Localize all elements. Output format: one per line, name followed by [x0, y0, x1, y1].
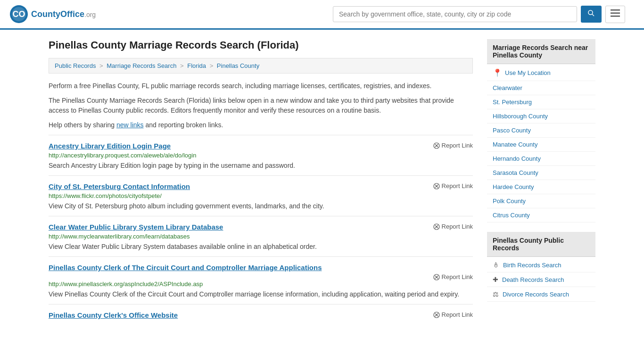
link-title-1[interactable]: City of St. Petersburg Contact Informati… [49, 182, 190, 190]
flag-icon-1 [433, 183, 440, 189]
sidebar-item-citrus[interactable]: Citrus County [487, 208, 595, 222]
link-card-header-1: City of St. Petersburg Contact Informati… [49, 182, 473, 190]
sidebar-label-st-petersburg: St. Petersburg [493, 99, 532, 106]
link-card-2: Clear Water Public Library System Librar… [49, 216, 473, 256]
link-url-1: https://www.flickr.com/photos/cityofstpe… [49, 192, 473, 199]
report-label-1: Report Link [442, 182, 473, 189]
breadcrumb-public-records[interactable]: Public Records [55, 62, 96, 69]
sidebar-item-hardee[interactable]: Hardee County [487, 180, 595, 194]
logo-brand: CountyOffice [31, 9, 84, 19]
desc3-post: and reporting broken links. [144, 121, 223, 129]
desc3-pre: Help others by sharing [49, 121, 116, 129]
link-title-3[interactable]: Pinellas County Clerk of The Circuit Cou… [49, 263, 322, 272]
flag-icon-2 [433, 223, 440, 230]
search-icon [587, 9, 595, 17]
report-link-1[interactable]: Report Link [433, 182, 473, 189]
link-card-header-2: Clear Water Public Library System Librar… [49, 223, 473, 231]
sidebar-item-divorce-records[interactable]: ⚖ Divorce Records Search [487, 287, 595, 302]
cross-icon: ✚ [493, 276, 498, 283]
sidebar-item-hernando[interactable]: Hernando County [487, 152, 595, 166]
link-card-header-4: Pinellas County Clerk's Office Website R… [49, 311, 473, 319]
svg-text:CO: CO [13, 9, 25, 19]
link-title-2[interactable]: Clear Water Public Library System Librar… [49, 223, 223, 231]
svg-line-4 [592, 14, 594, 16]
report-label-2: Report Link [442, 223, 473, 230]
link-desc-2: View Clear Water Public Library System d… [49, 242, 473, 252]
sidebar-item-manatee[interactable]: Manatee County [487, 138, 595, 152]
report-link-2[interactable]: Report Link [433, 223, 473, 230]
svg-rect-5 [611, 9, 620, 11]
sidebar-item-clearwater[interactable]: Clearwater [487, 81, 595, 95]
report-label-0: Report Link [442, 142, 473, 149]
breadcrumb-pinellas[interactable]: Pinellas County [217, 62, 259, 69]
sidebar-item-st-petersburg[interactable]: St. Petersburg [487, 95, 595, 109]
hamburger-icon [611, 9, 620, 17]
sidebar-label-polk: Polk County [493, 197, 526, 205]
sidebar-item-pasco[interactable]: Pasco County [487, 123, 595, 138]
divorce-records-label: Divorce Records Search [503, 291, 569, 298]
sidebar-item-birth-records[interactable]: 🕯 Birth Records Search [487, 258, 595, 272]
report-label-3: Report Link [442, 273, 473, 280]
sidebar-item-sarasota[interactable]: Sarasota County [487, 166, 595, 180]
logo-text: CountyOffice.org [31, 9, 96, 19]
description-1: Perform a free Pinellas County, FL publi… [49, 81, 473, 91]
description-2: The Pinellas County Marriage Records Sea… [49, 96, 473, 115]
header: CO CountyOffice.org [0, 0, 644, 30]
report-label-4: Report Link [442, 311, 473, 318]
flag-icon-4 [433, 312, 440, 318]
person-icon: 🕯 [493, 261, 499, 269]
description-3: Help others by sharing new links and rep… [49, 120, 473, 130]
report-link-0[interactable]: Report Link [433, 142, 473, 149]
link-card-header-3: Pinellas County Clerk of The Circuit Cou… [49, 263, 473, 272]
content-area: Pinellas County Marriage Records Search … [49, 39, 473, 326]
breadcrumb: Public Records > Marriage Records Search… [49, 58, 473, 74]
flag-icon-0 [433, 142, 440, 149]
menu-button[interactable] [605, 6, 625, 23]
svg-rect-7 [611, 16, 620, 17]
death-records-label: Death Records Search [502, 276, 564, 283]
use-location-label: Use My Location [505, 69, 551, 76]
sidebar-item-hillsborough[interactable]: Hillsborough County [487, 109, 595, 123]
sidebar-public-records-heading: Pinellas County Public Records [487, 232, 595, 257]
svg-point-3 [588, 10, 593, 15]
link-card-4: Pinellas County Clerk's Office Website R… [49, 304, 473, 326]
link-title-0[interactable]: Ancestry Library Edition Login Page [49, 142, 171, 150]
breadcrumb-florida[interactable]: Florida [187, 62, 206, 69]
location-pin-icon: 📍 [493, 68, 502, 77]
report-link-3[interactable]: Report Link [433, 273, 473, 280]
divorce-icon: ⚖ [493, 290, 499, 298]
breadcrumb-marriage-records[interactable]: Marriage Records Search [107, 62, 176, 69]
search-input[interactable] [333, 6, 577, 22]
sidebar-label-clearwater: Clearwater [493, 84, 522, 91]
sidebar-item-death-records[interactable]: ✚ Death Records Search [487, 272, 595, 287]
breadcrumb-sep2: > [180, 62, 185, 69]
breadcrumb-sep3: > [210, 62, 215, 69]
main-container: Pinellas County Marriage Records Search … [39, 30, 605, 335]
sidebar-label-sarasota: Sarasota County [493, 169, 538, 176]
sidebar-public-records-section: Pinellas County Public Records 🕯 Birth R… [487, 232, 595, 302]
report-link-4[interactable]: Report Link [433, 311, 473, 318]
logo-area: CO CountyOffice.org [9, 5, 96, 24]
sidebar-label-manatee: Manatee County [493, 141, 537, 148]
sidebar-label-hillsborough: Hillsborough County [493, 113, 548, 120]
new-links-link[interactable]: new links [116, 121, 144, 129]
link-title-4[interactable]: Pinellas County Clerk's Office Website [49, 311, 178, 319]
page-title: Pinellas County Marriage Records Search … [49, 39, 473, 51]
sidebar-label-hernando: Hernando County [493, 155, 541, 162]
link-card-3: Pinellas County Clerk of The Circuit Cou… [49, 256, 473, 304]
link-desc-0: Search Ancestry Library Edition login pa… [49, 161, 473, 171]
svg-rect-6 [611, 12, 620, 14]
sidebar-nearby-section: Marriage Records Search near Pinellas Co… [487, 39, 595, 222]
logo-suffix: .org [84, 11, 96, 18]
link-url-0: http://ancestrylibrary.proquest.com/alew… [49, 152, 473, 159]
search-button[interactable] [581, 6, 602, 23]
link-card-0: Ancestry Library Edition Login Page Repo… [49, 135, 473, 175]
link-card-header-0: Ancestry Library Edition Login Page Repo… [49, 142, 473, 150]
sidebar-label-pasco: Pasco County [493, 127, 531, 134]
sidebar: Marriage Records Search near Pinellas Co… [487, 39, 595, 326]
sidebar-label-hardee: Hardee County [493, 183, 534, 190]
sidebar-use-location[interactable]: 📍 Use My Location [487, 65, 595, 81]
sidebar-item-polk[interactable]: Polk County [487, 194, 595, 208]
sidebar-label-citrus: Citrus County [493, 212, 530, 219]
link-url-2: http://www.myclearwaterlibrary.com/learn… [49, 233, 473, 240]
